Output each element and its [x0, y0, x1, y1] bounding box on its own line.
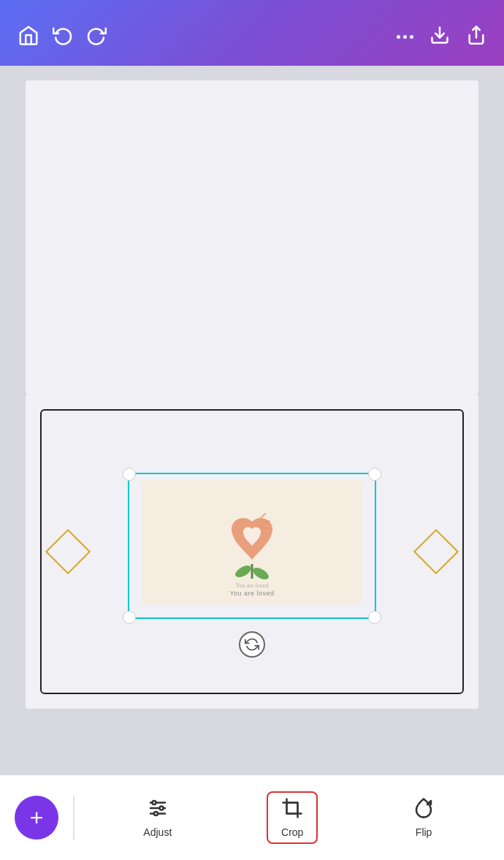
crop-handle-top-left[interactable]	[123, 468, 136, 481]
flip-label: Flip	[416, 826, 432, 838]
toolbar-divider	[73, 796, 75, 840]
header-right-controls	[397, 25, 486, 48]
crop-tool-button[interactable]: Crop	[267, 791, 318, 844]
flip-tool-button[interactable]: Flip	[398, 791, 449, 844]
flip-icon	[413, 797, 435, 822]
crop-handle-top-right[interactable]	[368, 468, 381, 481]
svg-rect-14	[287, 803, 298, 814]
app-header	[0, 0, 504, 66]
canvas-page-top	[26, 80, 478, 395]
header-left-controls	[18, 24, 107, 49]
more-options-button[interactable]	[397, 35, 413, 39]
home-button[interactable]	[18, 24, 39, 49]
rotate-handle[interactable]	[239, 631, 265, 658]
canvas-page-bottom[interactable]: You are loved You are loved	[26, 395, 478, 709]
inner-frame: You are loved You are loved	[40, 409, 464, 694]
crop-icon	[281, 797, 303, 822]
redo-button[interactable]	[86, 25, 107, 48]
diamond-right-decoration	[413, 529, 459, 574]
add-button[interactable]: +	[15, 796, 58, 840]
svg-point-13	[154, 812, 158, 815]
toolbar-items: Adjust Crop Flip	[89, 791, 490, 844]
share-button[interactable]	[466, 25, 486, 48]
bottom-toolbar: + Adjust	[0, 775, 504, 860]
crop-handle-bottom-left[interactable]	[123, 611, 136, 624]
crop-label: Crop	[281, 826, 303, 838]
diamond-left-decoration	[45, 529, 91, 574]
crop-handle-bottom-right[interactable]	[368, 611, 381, 624]
download-button[interactable]	[429, 25, 450, 48]
adjust-icon	[147, 797, 169, 822]
adjust-tool-button[interactable]: Adjust	[129, 791, 186, 844]
adjust-label: Adjust	[143, 826, 172, 838]
canvas-area: You are loved You are loved	[0, 66, 504, 775]
crop-selection-box[interactable]	[128, 473, 376, 619]
svg-point-12	[159, 807, 163, 810]
svg-point-11	[152, 801, 156, 804]
undo-button[interactable]	[53, 25, 73, 48]
